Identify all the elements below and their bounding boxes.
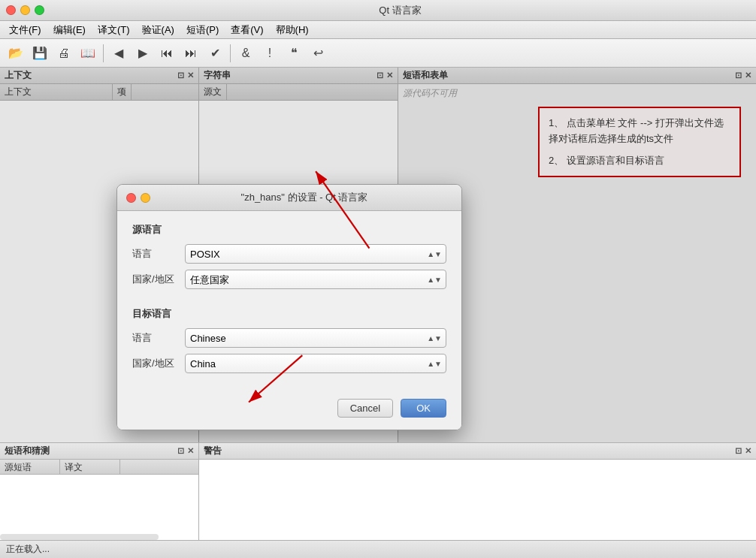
bottom-phrases-restore-icon[interactable]: ⊡ — [177, 446, 184, 456]
phrases-restore-icon[interactable]: ⊡ — [735, 71, 742, 80]
phrases-panel-header: 短语和表单 ⊡ ✕ — [398, 68, 756, 84]
source-columns: 源文 — [199, 84, 398, 101]
source-lang-label: 语言 — [132, 247, 185, 261]
close-button[interactable] — [6, 5, 16, 15]
dialog-traffic-lights — [126, 193, 150, 203]
source-col-header: 源文 — [199, 84, 227, 100]
window-title: Qt 语言家 — [50, 4, 750, 17]
dialog-body: 源语言 语言 POSIX Chinese English ▲▼ — [117, 211, 461, 391]
warnings-close-icon[interactable]: ✕ — [745, 446, 751, 456]
toolbar-next-unfinished-btn[interactable]: ⏭ — [180, 43, 202, 64]
menu-file[interactable]: 文件(F) — [3, 22, 47, 38]
source-unavailable-text: 源代码不可用 — [398, 84, 756, 103]
bottom-src-col: 源短语 — [0, 460, 60, 474]
bottom-phrases-panel: 短语和猜测 ⊡ ✕ 源短语 译文 — [0, 443, 199, 540]
dialog-minimize-button[interactable] — [141, 193, 150, 203]
warnings-header: 警告 ⊡ ✕ — [199, 443, 756, 460]
panel-restore-icon[interactable]: ⊡ — [177, 71, 184, 80]
target-lang-select[interactable]: POSIX Chinese English — [185, 328, 446, 348]
annotation-line-1: 1、 点击菜单栏 文件 --> 打开弹出文件选择对话框后选择生成的ts文件 — [549, 116, 730, 147]
warnings-panel: 警告 ⊡ ✕ — [199, 443, 756, 540]
bottom-phrases-icons: ⊡ ✕ — [177, 446, 194, 456]
dialog-footer: Cancel OK — [117, 391, 461, 430]
target-region-label: 国家/地区 — [132, 357, 185, 370]
warnings-content — [199, 460, 756, 540]
dialog-titlebar: "zh_hans" 的设置 - Qt 语言家 — [117, 185, 461, 211]
dialog-close-button[interactable] — [126, 193, 136, 203]
warnings-restore-icon[interactable]: ⊡ — [735, 446, 742, 456]
toolbar-print-btn[interactable]: 🖨 — [53, 43, 75, 64]
toolbar-open-btn[interactable]: 📂 — [5, 43, 27, 64]
main-window: Qt 语言家 文件(F) 编辑(E) 译文(T) 验证(A) 短语(P) 查看(… — [0, 0, 756, 558]
toolbar-excl-btn[interactable]: ! — [259, 43, 281, 64]
title-bar: Qt 语言家 — [0, 0, 756, 21]
target-region-select[interactable]: 任意国家 China Taiwan — [185, 354, 446, 373]
phrases-panel-title: 短语和表单 — [403, 69, 448, 82]
menu-translate[interactable]: 译文(T) — [92, 22, 136, 38]
dialog-title: "zh_hans" 的设置 - Qt 语言家 — [156, 191, 452, 204]
bottom-phrases-close-icon[interactable]: ✕ — [187, 446, 194, 456]
menu-help[interactable]: 帮助(H) — [270, 22, 315, 38]
bottom-area: 短语和猜测 ⊡ ✕ 源短语 译文 警告 — [0, 442, 756, 540]
context-panel-header: 上下文 ⊡ ✕ — [0, 68, 198, 84]
toolbar-arrow-btn[interactable]: ↩ — [307, 43, 329, 64]
annotation-line-2: 2、 设置源语言和目标语言 — [549, 153, 730, 169]
toolbar-amp-btn[interactable]: & — [234, 43, 257, 64]
strings-panel-icons: ⊡ ✕ — [376, 71, 393, 80]
minimize-button[interactable] — [20, 5, 30, 15]
bottom-trans-col: 译文 — [60, 460, 120, 474]
traffic-lights — [6, 5, 44, 15]
bottom-phrases-cols: 源短语 译文 — [0, 460, 198, 475]
toolbar-prev-unfinished-btn[interactable]: ⏮ — [156, 43, 178, 64]
bottom-horizontal-scrollbar[interactable] — [0, 534, 159, 540]
toolbar-sep-1 — [103, 44, 104, 62]
toolbar-done-btn[interactable]: ✔ — [204, 43, 226, 64]
menu-edit[interactable]: 编辑(E) — [47, 22, 92, 38]
strings-close-icon[interactable]: ✕ — [386, 71, 393, 80]
settings-dialog: "zh_hans" 的设置 - Qt 语言家 源语言 语言 POSIX — [116, 184, 462, 430]
bottom-phrases-list — [0, 475, 198, 540]
context-columns: 上下文 项 — [0, 84, 198, 101]
cancel-button[interactable]: Cancel — [337, 399, 393, 418]
target-lang-section-title: 目标语言 — [132, 307, 446, 321]
strings-panel-header: 字符串 ⊡ ✕ — [199, 68, 398, 84]
menu-validate[interactable]: 验证(A) — [136, 22, 180, 38]
toolbar-prev-btn[interactable]: ◀ — [107, 43, 130, 64]
strings-panel-title: 字符串 — [204, 69, 231, 82]
source-lang-select-wrapper: POSIX Chinese English ▲▼ — [185, 244, 446, 264]
menu-view[interactable]: 查看(V) — [225, 22, 269, 38]
maximize-button[interactable] — [35, 5, 44, 15]
target-lang-select-wrapper: POSIX Chinese English ▲▼ — [185, 328, 446, 348]
source-lang-select[interactable]: POSIX Chinese English — [185, 244, 446, 264]
target-region-row: 国家/地区 任意国家 China Taiwan ▲▼ — [132, 354, 446, 373]
toolbar: 📂 💾 🖨 📖 ◀ ▶ ⏮ ⏭ ✔ & ! ❝ ↩ — [0, 39, 756, 68]
phrases-close-icon[interactable]: ✕ — [745, 71, 751, 80]
warnings-icons: ⊡ ✕ — [735, 446, 751, 456]
menu-bar: 文件(F) 编辑(E) 译文(T) 验证(A) 短语(P) 查看(V) 帮助(H… — [0, 21, 756, 39]
menu-phrases[interactable]: 短语(P) — [180, 22, 225, 38]
status-bar: 正在载入... — [0, 540, 756, 558]
toolbar-book-btn[interactable]: 📖 — [77, 43, 99, 64]
status-text: 正在载入... — [6, 543, 50, 556]
toolbar-next-btn[interactable]: ▶ — [132, 43, 154, 64]
toolbar-save-btn[interactable]: 💾 — [29, 43, 51, 64]
context-panel-title: 上下文 — [5, 69, 32, 82]
toolbar-sep-2 — [230, 44, 231, 62]
phrases-panel-icons: ⊡ ✕ — [735, 71, 751, 80]
source-region-select-wrapper: 任意国家 China ▲▼ — [185, 270, 446, 289]
source-region-select[interactable]: 任意国家 China — [185, 270, 446, 289]
toolbar-quote-btn[interactable]: ❝ — [283, 43, 305, 64]
source-lang-section-title: 源语言 — [132, 223, 446, 237]
panel-close-icon[interactable]: ✕ — [187, 71, 194, 80]
annotation-box: 1、 点击菜单栏 文件 --> 打开弹出文件选择对话框后选择生成的ts文件 2、… — [538, 107, 741, 177]
bottom-phrases-title: 短语和猜测 — [5, 445, 50, 457]
bottom-phrases-header: 短语和猜测 ⊡ ✕ — [0, 443, 198, 460]
context-col-header-context: 上下文 — [0, 84, 113, 100]
target-lang-label: 语言 — [132, 331, 185, 345]
strings-restore-icon[interactable]: ⊡ — [376, 71, 383, 80]
source-lang-row: 语言 POSIX Chinese English ▲▼ — [132, 244, 446, 264]
ok-button[interactable]: OK — [401, 399, 446, 418]
context-col-header-item: 项 — [113, 84, 132, 100]
warnings-title: 警告 — [204, 445, 222, 457]
panel-icons: ⊡ ✕ — [177, 71, 194, 80]
